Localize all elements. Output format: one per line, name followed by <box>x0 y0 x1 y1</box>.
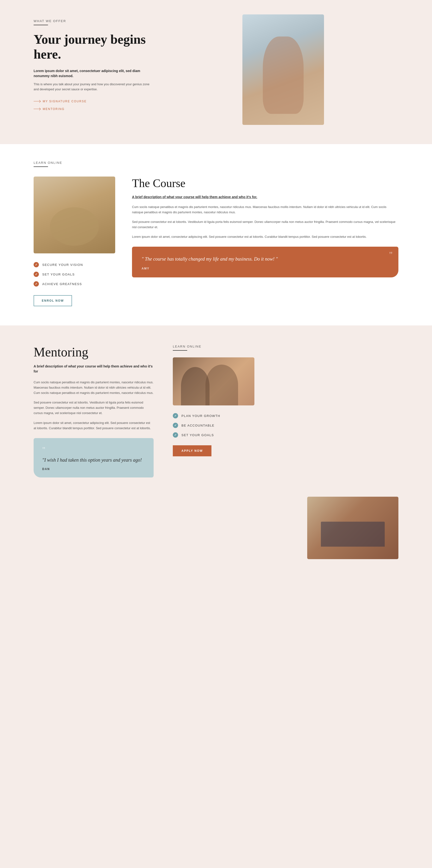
quote-mark-icon: " <box>389 250 393 259</box>
mentoring-left: Mentoring A brief description of what yo… <box>34 345 154 477</box>
feature-item-3: ACHIEVE GREATNESS <box>34 281 115 286</box>
mentoring-feature-item-2: BE ACCOUNTABLE <box>173 423 398 428</box>
feature-item-1: SECURE YOUR VISION <box>34 262 115 267</box>
course-title: The Course <box>132 177 398 190</box>
mentoring-subtitle: A brief description of what your course … <box>34 364 154 374</box>
hero-image-wrapper <box>242 14 324 125</box>
course-subtitle: A brief description of what your course … <box>132 194 398 199</box>
hero-desc: This is where you talk about your journe… <box>34 82 154 92</box>
bottom-section <box>0 497 432 578</box>
mentoring-check-icon-1 <box>173 413 178 418</box>
mentoring-feature-text-1: PLAN YOUR GROWTH <box>181 414 220 418</box>
mentoring-quote-icon: " <box>42 446 145 454</box>
hero-title: Your journey begins here. <box>34 32 154 62</box>
check-icon-3 <box>34 281 39 286</box>
testimonial-author: AMY <box>142 267 389 270</box>
mentoring-link[interactable]: MENTORING <box>34 107 154 111</box>
course-feature-list: SECURE YOUR VISION SET YOUR GOALS ACHIEV… <box>34 262 115 286</box>
course-content: SECURE YOUR VISION SET YOUR GOALS ACHIEV… <box>34 177 398 306</box>
bottom-image-wrapper <box>307 497 398 559</box>
mentoring-right: LEARN ONLINE PLAN YOUR GROWTH BE ACCOUNT… <box>173 345 398 456</box>
hero-image <box>242 14 324 125</box>
course-testimonial: " " The course has totally changed my li… <box>132 247 398 277</box>
testimonial-text: " The course has totally changed my life… <box>142 255 389 262</box>
course-tag: LEARN ONLINE <box>34 161 398 164</box>
mentoring-testimonial-author: DAN <box>42 467 145 471</box>
mentoring-testimonial: " "I wish I had taken this option years … <box>34 438 154 477</box>
course-image-wrapper <box>34 177 115 253</box>
mentoring-testimonial-text: "I wish I had taken this option years an… <box>42 456 145 464</box>
apply-button[interactable]: APPLY NOW <box>173 445 211 456</box>
mentoring-image-wrapper <box>173 358 255 405</box>
mentoring-tag: LEARN ONLINE <box>173 345 398 348</box>
course-image <box>34 177 115 253</box>
mentoring-body-1: Cum sociis natoque penatibus et magnis d… <box>34 380 154 396</box>
mentoring-section: Mentoring A brief description of what yo… <box>0 326 432 497</box>
course-body-3: Lorem ipsum dolor sit amet, consectetur … <box>132 234 398 240</box>
feature-item-2: SET YOUR GOALS <box>34 272 115 277</box>
hero-left: WHAT WE OFFER Your journey begins here. … <box>34 14 154 125</box>
hero-right <box>168 14 398 125</box>
course-section: LEARN ONLINE SECURE YOUR VISION SET YOUR… <box>0 144 432 326</box>
course-body-1: Cum sociis natoque penatibus et magnis d… <box>132 205 398 215</box>
arrow-icon <box>34 109 40 109</box>
mentoring-feature-list: PLAN YOUR GROWTH BE ACCOUNTABLE SET YOUR… <box>173 413 398 438</box>
course-left: SECURE YOUR VISION SET YOUR GOALS ACHIEV… <box>34 177 115 306</box>
mentoring-feature-item-3: SET YOUR GOALS <box>173 432 398 438</box>
mentoring-feature-item-1: PLAN YOUR GROWTH <box>173 413 398 418</box>
mentoring-check-icon-3 <box>173 432 178 438</box>
mentoring-content: Mentoring A brief description of what yo… <box>34 345 398 477</box>
mentoring-title: Mentoring <box>34 345 154 360</box>
feature-text-2: SET YOUR GOALS <box>42 273 75 276</box>
signature-course-link[interactable]: MY SIGNATURE COURSE <box>34 100 154 103</box>
check-icon-1 <box>34 262 39 267</box>
mentoring-body-2: Sed posuere consectetur est at lobortis.… <box>34 400 154 416</box>
feature-text-3: ACHIEVE GREATNESS <box>42 282 82 286</box>
bottom-image <box>307 497 398 559</box>
course-body-2: Sed posuere consectetur est at lobortis.… <box>132 219 398 230</box>
hero-section: WHAT WE OFFER Your journey begins here. … <box>0 0 432 144</box>
enrol-button[interactable]: ENROL NOW <box>34 295 72 306</box>
hero-bold-desc: Lorem ipsum dolor sit amet, consectetuer… <box>34 68 154 79</box>
course-right: The Course A brief description of what y… <box>132 177 398 277</box>
mentoring-feature-text-3: SET YOUR GOALS <box>181 433 214 437</box>
mentoring-body-3: Lorem ipsum dolor sit amet, consectetur … <box>34 420 154 431</box>
hero-underline <box>34 25 48 25</box>
hero-tag: WHAT WE OFFER <box>34 19 154 23</box>
mentoring-image <box>173 358 255 405</box>
mentoring-feature-text-2: BE ACCOUNTABLE <box>181 424 214 427</box>
arrow-icon <box>34 101 40 101</box>
mentoring-tag-underline <box>173 350 187 351</box>
feature-text-1: SECURE YOUR VISION <box>42 263 83 267</box>
mentoring-check-icon-2 <box>173 423 178 428</box>
course-tag-underline <box>34 166 48 167</box>
check-icon-2 <box>34 272 39 277</box>
